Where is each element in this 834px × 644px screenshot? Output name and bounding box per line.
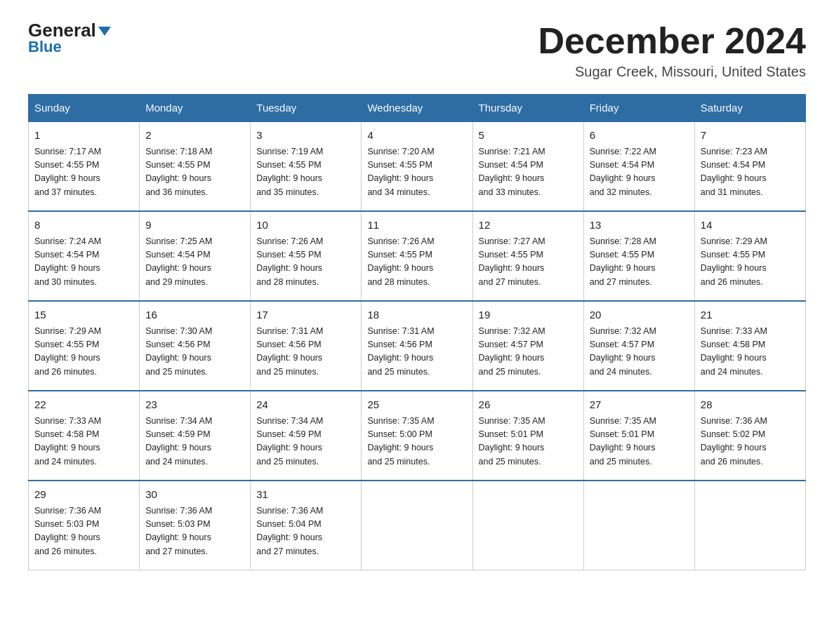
- calendar-day-cell: 21Sunrise: 7:33 AMSunset: 4:58 PMDayligh…: [694, 301, 805, 391]
- page-header: General Blue December 2024 Sugar Creek, …: [28, 21, 806, 80]
- calendar-day-cell: 4Sunrise: 7:20 AMSunset: 4:55 PMDaylight…: [362, 121, 472, 211]
- day-number: 17: [256, 307, 355, 323]
- day-info: Sunrise: 7:36 AMSunset: 5:04 PMDaylight:…: [256, 504, 355, 559]
- day-info: Sunrise: 7:35 AMSunset: 5:01 PMDaylight:…: [590, 415, 689, 469]
- day-number: 5: [479, 128, 578, 144]
- day-info: Sunrise: 7:28 AMSunset: 4:55 PMDaylight:…: [590, 235, 689, 290]
- header-tuesday: Tuesday: [251, 95, 362, 122]
- day-number: 11: [367, 217, 466, 234]
- calendar-day-cell: 9Sunrise: 7:25 AMSunset: 4:54 PMDaylight…: [140, 211, 251, 301]
- logo: General Blue: [28, 21, 111, 56]
- day-info: Sunrise: 7:21 AMSunset: 4:54 PMDaylight:…: [479, 145, 578, 200]
- day-info: Sunrise: 7:26 AMSunset: 4:55 PMDaylight:…: [367, 235, 466, 290]
- header-friday: Friday: [583, 95, 694, 122]
- calendar-day-cell: 3Sunrise: 7:19 AMSunset: 4:55 PMDaylight…: [251, 121, 362, 211]
- day-info: Sunrise: 7:22 AMSunset: 4:54 PMDaylight:…: [590, 145, 689, 200]
- calendar-day-cell: 26Sunrise: 7:35 AMSunset: 5:01 PMDayligh…: [472, 391, 583, 481]
- day-number: 2: [145, 128, 244, 144]
- day-info: Sunrise: 7:36 AMSunset: 5:03 PMDaylight:…: [34, 504, 133, 559]
- header-monday: Monday: [140, 95, 251, 122]
- day-number: 19: [479, 307, 578, 323]
- calendar-day-cell: 12Sunrise: 7:27 AMSunset: 4:55 PMDayligh…: [472, 211, 583, 301]
- day-number: 4: [367, 128, 466, 144]
- day-number: 20: [590, 307, 689, 323]
- calendar-day-cell: 19Sunrise: 7:32 AMSunset: 4:57 PMDayligh…: [472, 301, 583, 391]
- calendar-body: 1Sunrise: 7:17 AMSunset: 4:55 PMDaylight…: [29, 121, 806, 570]
- calendar-day-cell: [694, 481, 805, 570]
- day-number: 12: [479, 217, 578, 234]
- calendar-week-row: 22Sunrise: 7:33 AMSunset: 4:58 PMDayligh…: [29, 391, 806, 481]
- calendar-day-cell: 17Sunrise: 7:31 AMSunset: 4:56 PMDayligh…: [251, 301, 362, 391]
- day-number: 26: [479, 397, 578, 413]
- calendar-table: Sunday Monday Tuesday Wednesday Thursday…: [28, 94, 806, 570]
- header-sunday: Sunday: [29, 95, 140, 122]
- header-saturday: Saturday: [694, 95, 805, 122]
- day-number: 10: [256, 217, 355, 234]
- day-number: 24: [256, 397, 355, 413]
- day-info: Sunrise: 7:26 AMSunset: 4:55 PMDaylight:…: [256, 235, 355, 290]
- logo-general-text: General: [28, 21, 111, 39]
- day-info: Sunrise: 7:27 AMSunset: 4:55 PMDaylight:…: [479, 235, 578, 290]
- day-info: Sunrise: 7:33 AMSunset: 4:58 PMDaylight:…: [34, 415, 133, 469]
- calendar-day-cell: 13Sunrise: 7:28 AMSunset: 4:55 PMDayligh…: [583, 211, 694, 301]
- day-number: 6: [590, 128, 689, 144]
- day-number: 3: [256, 128, 355, 144]
- day-info: Sunrise: 7:34 AMSunset: 4:59 PMDaylight:…: [145, 415, 244, 469]
- day-number: 30: [145, 487, 244, 503]
- day-number: 18: [367, 307, 466, 323]
- day-info: Sunrise: 7:25 AMSunset: 4:54 PMDaylight:…: [145, 235, 244, 290]
- day-info: Sunrise: 7:24 AMSunset: 4:54 PMDaylight:…: [34, 235, 133, 290]
- calendar-day-cell: 18Sunrise: 7:31 AMSunset: 4:56 PMDayligh…: [362, 301, 472, 391]
- location-title: Sugar Creek, Missouri, United States: [538, 64, 806, 80]
- day-number: 28: [701, 397, 800, 413]
- calendar-week-row: 8Sunrise: 7:24 AMSunset: 4:54 PMDaylight…: [29, 211, 806, 301]
- day-number: 23: [145, 397, 244, 413]
- day-number: 13: [590, 217, 689, 234]
- header-row: Sunday Monday Tuesday Wednesday Thursday…: [29, 95, 806, 122]
- calendar-day-cell: 27Sunrise: 7:35 AMSunset: 5:01 PMDayligh…: [583, 391, 694, 481]
- calendar-day-cell: 8Sunrise: 7:24 AMSunset: 4:54 PMDaylight…: [29, 211, 140, 301]
- calendar-day-cell: 5Sunrise: 7:21 AMSunset: 4:54 PMDaylight…: [472, 121, 583, 211]
- day-info: Sunrise: 7:35 AMSunset: 5:00 PMDaylight:…: [367, 415, 466, 469]
- day-info: Sunrise: 7:19 AMSunset: 4:55 PMDaylight:…: [256, 145, 355, 200]
- day-number: 22: [34, 397, 133, 413]
- day-info: Sunrise: 7:23 AMSunset: 4:54 PMDaylight:…: [701, 145, 800, 200]
- day-info: Sunrise: 7:36 AMSunset: 5:03 PMDaylight:…: [145, 504, 244, 559]
- day-info: Sunrise: 7:29 AMSunset: 4:55 PMDaylight:…: [34, 325, 133, 380]
- day-info: Sunrise: 7:32 AMSunset: 4:57 PMDaylight:…: [479, 325, 578, 380]
- day-number: 25: [367, 397, 466, 413]
- day-number: 8: [34, 217, 133, 234]
- calendar-day-cell: 23Sunrise: 7:34 AMSunset: 4:59 PMDayligh…: [140, 391, 251, 481]
- calendar-day-cell: 11Sunrise: 7:26 AMSunset: 4:55 PMDayligh…: [362, 211, 472, 301]
- day-info: Sunrise: 7:18 AMSunset: 4:55 PMDaylight:…: [145, 145, 244, 200]
- day-number: 14: [701, 217, 800, 234]
- calendar-week-row: 1Sunrise: 7:17 AMSunset: 4:55 PMDaylight…: [29, 121, 806, 211]
- day-number: 31: [256, 487, 355, 503]
- day-number: 9: [145, 217, 244, 234]
- day-number: 7: [701, 128, 800, 144]
- calendar-day-cell: 28Sunrise: 7:36 AMSunset: 5:02 PMDayligh…: [694, 391, 805, 481]
- day-number: 29: [34, 487, 133, 503]
- calendar-header: Sunday Monday Tuesday Wednesday Thursday…: [29, 95, 806, 122]
- calendar-day-cell: 24Sunrise: 7:34 AMSunset: 4:59 PMDayligh…: [251, 391, 362, 481]
- calendar-day-cell: 30Sunrise: 7:36 AMSunset: 5:03 PMDayligh…: [140, 481, 251, 570]
- day-info: Sunrise: 7:29 AMSunset: 4:55 PMDaylight:…: [701, 235, 800, 290]
- day-number: 21: [701, 307, 800, 323]
- calendar-day-cell: 16Sunrise: 7:30 AMSunset: 4:56 PMDayligh…: [140, 301, 251, 391]
- calendar-day-cell: 22Sunrise: 7:33 AMSunset: 4:58 PMDayligh…: [29, 391, 140, 481]
- header-wednesday: Wednesday: [362, 95, 472, 122]
- day-info: Sunrise: 7:31 AMSunset: 4:56 PMDaylight:…: [256, 325, 355, 380]
- calendar-day-cell: 2Sunrise: 7:18 AMSunset: 4:55 PMDaylight…: [140, 121, 251, 211]
- calendar-day-cell: 25Sunrise: 7:35 AMSunset: 5:00 PMDayligh…: [362, 391, 472, 481]
- header-thursday: Thursday: [472, 95, 583, 122]
- calendar-day-cell: [362, 481, 472, 570]
- calendar-week-row: 29Sunrise: 7:36 AMSunset: 5:03 PMDayligh…: [29, 481, 806, 570]
- calendar-day-cell: 1Sunrise: 7:17 AMSunset: 4:55 PMDaylight…: [29, 121, 140, 211]
- day-info: Sunrise: 7:17 AMSunset: 4:55 PMDaylight:…: [34, 145, 133, 200]
- day-info: Sunrise: 7:31 AMSunset: 4:56 PMDaylight:…: [367, 325, 466, 380]
- day-info: Sunrise: 7:20 AMSunset: 4:55 PMDaylight:…: [367, 145, 466, 200]
- calendar-day-cell: 6Sunrise: 7:22 AMSunset: 4:54 PMDaylight…: [583, 121, 694, 211]
- calendar-week-row: 15Sunrise: 7:29 AMSunset: 4:55 PMDayligh…: [29, 301, 806, 391]
- day-info: Sunrise: 7:35 AMSunset: 5:01 PMDaylight:…: [479, 415, 578, 469]
- month-title: December 2024: [538, 21, 806, 61]
